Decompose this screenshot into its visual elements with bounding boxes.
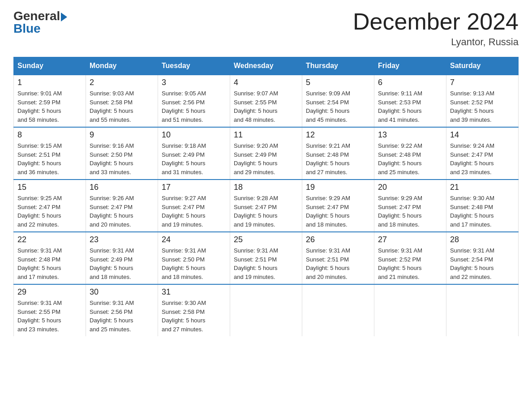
day-number: 7 [450,78,515,87]
sunset: Sunset: 2:51 PM [17,151,60,158]
day-info: Sunrise: 9:29 AM Sunset: 2:47 PM Dayligh… [378,194,442,229]
day-info: Sunrise: 9:01 AM Sunset: 2:59 PM Dayligh… [17,89,82,124]
sunset: Sunset: 2:55 PM [234,99,277,106]
daylight2: and 39 minutes. [450,116,492,123]
sunrise: Sunrise: 9:29 AM [378,195,422,201]
sunset: Sunset: 2:50 PM [162,256,205,263]
day-number: 29 [17,287,82,297]
daylight2: and 17 minutes. [450,221,492,228]
sunrise: Sunrise: 9:31 AM [90,300,134,306]
day-number: 8 [17,130,82,140]
sunset: Sunset: 2:48 PM [306,151,349,158]
sunrise: Sunrise: 9:25 AM [17,195,62,201]
daylight: Daylight: 5 hours [234,107,278,114]
table-row: 26 Sunrise: 9:31 AM Sunset: 2:51 PM Dayl… [302,232,374,284]
title-block: December 2024 Lyantor, Russia [353,9,519,48]
sunset: Sunset: 2:52 PM [378,256,421,263]
calendar-week-row: 8 Sunrise: 9:15 AM Sunset: 2:51 PM Dayli… [14,127,519,180]
daylight2: and 23 minutes. [17,326,59,333]
day-number: 15 [17,183,82,192]
day-info: Sunrise: 9:11 AM Sunset: 2:53 PM Dayligh… [378,89,442,124]
day-number: 25 [234,235,298,244]
daylight2: and 58 minutes. [17,116,59,123]
daylight: Daylight: 5 hours [450,160,494,167]
sunset: Sunset: 2:52 PM [450,99,493,106]
day-number: 3 [162,78,226,87]
table-row: 8 Sunrise: 9:15 AM Sunset: 2:51 PM Dayli… [14,127,86,180]
table-row: 20 Sunrise: 9:29 AM Sunset: 2:47 PM Dayl… [374,180,446,232]
daylight: Daylight: 5 hours [306,265,350,271]
table-row: 12 Sunrise: 9:21 AM Sunset: 2:48 PM Dayl… [302,127,374,180]
day-info: Sunrise: 9:31 AM Sunset: 2:51 PM Dayligh… [234,246,298,281]
daylight2: and 25 minutes. [378,169,420,176]
table-row: 30 Sunrise: 9:31 AM Sunset: 2:56 PM Dayl… [86,284,158,336]
daylight2: and 51 minutes. [162,116,203,123]
sunset: Sunset: 2:47 PM [90,204,133,210]
table-row: 27 Sunrise: 9:31 AM Sunset: 2:52 PM Dayl… [374,232,446,284]
sunrise: Sunrise: 9:30 AM [162,300,206,306]
sunset: Sunset: 2:48 PM [450,204,493,210]
day-number: 18 [234,183,298,192]
daylight: Daylight: 5 hours [90,317,133,324]
daylight: Daylight: 5 hours [306,107,350,114]
day-info: Sunrise: 9:09 AM Sunset: 2:54 PM Dayligh… [306,89,370,124]
sunset: Sunset: 2:47 PM [306,204,349,210]
daylight: Daylight: 5 hours [17,160,61,167]
daylight: Daylight: 5 hours [90,107,133,114]
sunrise: Sunrise: 9:28 AM [234,195,278,201]
header-tuesday: Tuesday [158,57,230,75]
day-number: 9 [90,130,154,140]
table-row: 25 Sunrise: 9:31 AM Sunset: 2:51 PM Dayl… [230,232,302,284]
daylight: Daylight: 5 hours [450,212,494,219]
daylight: Daylight: 5 hours [162,107,206,114]
header-wednesday: Wednesday [230,57,302,75]
daylight2: and 29 minutes. [234,169,275,176]
logo: General Blue [13,9,67,36]
header-saturday: Saturday [446,57,519,75]
sunrise: Sunrise: 9:22 AM [378,142,422,149]
daylight2: and 27 minutes. [162,326,203,333]
table-row: 22 Sunrise: 9:31 AM Sunset: 2:48 PM Dayl… [14,232,86,284]
daylight2: and 18 minutes. [162,274,203,280]
calendar-week-row: 15 Sunrise: 9:25 AM Sunset: 2:47 PM Dayl… [14,180,519,232]
sunrise: Sunrise: 9:30 AM [450,195,494,201]
sunrise: Sunrise: 9:03 AM [90,90,134,97]
sunrise: Sunrise: 9:11 AM [378,90,422,97]
daylight2: and 18 minutes. [90,274,131,280]
table-row: 11 Sunrise: 9:20 AM Sunset: 2:49 PM Dayl… [230,127,302,180]
daylight: Daylight: 5 hours [234,160,278,167]
table-row: 4 Sunrise: 9:07 AM Sunset: 2:55 PM Dayli… [230,75,302,127]
table-row: 13 Sunrise: 9:22 AM Sunset: 2:48 PM Dayl… [374,127,446,180]
day-info: Sunrise: 9:15 AM Sunset: 2:51 PM Dayligh… [17,141,82,176]
sunset: Sunset: 2:51 PM [234,256,277,263]
day-info: Sunrise: 9:21 AM Sunset: 2:48 PM Dayligh… [306,141,370,176]
sunrise: Sunrise: 9:31 AM [450,247,494,254]
day-info: Sunrise: 9:07 AM Sunset: 2:55 PM Dayligh… [234,89,298,124]
table-row: 29 Sunrise: 9:31 AM Sunset: 2:55 PM Dayl… [14,284,86,336]
logo-arrow-icon [61,13,67,21]
sunset: Sunset: 2:47 PM [17,204,60,210]
day-info: Sunrise: 9:24 AM Sunset: 2:47 PM Dayligh… [450,141,515,176]
day-info: Sunrise: 9:03 AM Sunset: 2:58 PM Dayligh… [90,89,154,124]
table-row: 14 Sunrise: 9:24 AM Sunset: 2:47 PM Dayl… [446,127,519,180]
daylight: Daylight: 5 hours [378,265,422,271]
sunrise: Sunrise: 9:09 AM [306,90,350,97]
daylight2: and 18 minutes. [306,221,348,228]
table-row: 18 Sunrise: 9:28 AM Sunset: 2:47 PM Dayl… [230,180,302,232]
daylight: Daylight: 5 hours [378,212,422,219]
sunrise: Sunrise: 9:24 AM [450,142,494,149]
table-row: 31 Sunrise: 9:30 AM Sunset: 2:58 PM Dayl… [158,284,230,336]
sunset: Sunset: 2:54 PM [450,256,493,263]
daylight2: and 22 minutes. [17,221,59,228]
day-info: Sunrise: 9:31 AM Sunset: 2:50 PM Dayligh… [162,246,226,281]
daylight: Daylight: 5 hours [90,212,133,219]
header-friday: Friday [374,57,446,75]
sunrise: Sunrise: 9:26 AM [90,195,134,201]
header-monday: Monday [86,57,158,75]
daylight: Daylight: 5 hours [234,212,278,219]
day-number: 17 [162,183,226,192]
day-info: Sunrise: 9:20 AM Sunset: 2:49 PM Dayligh… [234,141,298,176]
daylight: Daylight: 5 hours [162,160,206,167]
table-row: 3 Sunrise: 9:05 AM Sunset: 2:56 PM Dayli… [158,75,230,127]
sunrise: Sunrise: 9:31 AM [17,300,62,306]
